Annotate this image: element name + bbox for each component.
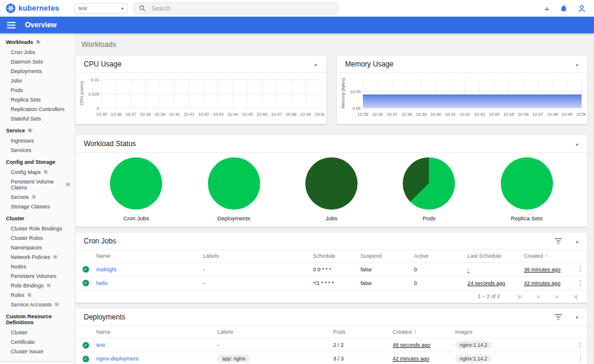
sidebar-item-namespaces[interactable]: Namespaces (0, 243, 74, 252)
sidebar-section-cluster[interactable]: Cluster (0, 211, 74, 224)
column-header-created[interactable]: Created↑ (392, 326, 454, 338)
sidebar-item-services[interactable]: Services (0, 145, 74, 155)
column-header-labels[interactable]: Labels (217, 326, 333, 338)
sidebar-item-pods[interactable]: Pods (0, 86, 74, 95)
resource-link[interactable]: test (96, 342, 105, 348)
next-page-icon[interactable]: > (555, 293, 558, 300)
collapse-icon[interactable]: ▲ (575, 142, 579, 146)
user-account-icon[interactable] (578, 5, 586, 12)
relative-time-link[interactable]: 42 minutes ago (393, 356, 429, 362)
first-page-icon[interactable]: |< (518, 293, 522, 300)
column-header-name[interactable]: Name (96, 326, 217, 338)
column-header-active[interactable]: Active (413, 250, 467, 262)
sidebar-item-replication-controllers[interactable]: Replication Controllers (0, 105, 74, 114)
sidebar-item-cluster[interactable]: Cluster (0, 328, 74, 337)
row-actions-cell: ⋮ (573, 276, 587, 290)
resource-link[interactable]: nginx-deployment (96, 356, 138, 362)
sidebar-item-cron-jobs[interactable]: Cron Jobs (0, 48, 74, 57)
menu-icon[interactable] (7, 22, 15, 29)
sidebar-item-stateful-sets[interactable]: Stateful Sets (0, 114, 74, 124)
column-header-created[interactable]: Created↑ (523, 250, 573, 262)
status-column-header (75, 250, 96, 262)
sidebar-section-config-and-storage[interactable]: Config and Storage (0, 155, 74, 167)
svg-text:0 Mi: 0 Mi (352, 106, 361, 111)
sidebar-item-nodes[interactable]: Nodes (0, 262, 74, 271)
row-menu-icon[interactable]: ⋮ (577, 279, 584, 286)
sidebar-item-persistent-volumes[interactable]: Persistent Volumes (0, 271, 74, 281)
sidebar-section-service[interactable]: ServiceN (0, 124, 74, 136)
cell-name: midnight (96, 262, 203, 276)
sidebar-item-roles[interactable]: RolesN (0, 290, 74, 300)
filter-icon[interactable] (555, 238, 562, 244)
cell-images: nginx:1.14.2 (454, 352, 573, 364)
collapse-icon[interactable]: ▲ (314, 62, 318, 67)
namespace-selector[interactable]: test ▾ (74, 3, 128, 14)
sidebar-item-ingresses[interactable]: Ingresses (0, 136, 74, 145)
row-menu-icon[interactable]: ⋮ (577, 265, 584, 273)
sidebar-item-label: Persistent Volumes (11, 273, 56, 279)
sidebar-item-network-policies[interactable]: Network PoliciesN (0, 252, 74, 262)
sidebar-section-workloads[interactable]: WorkloadsN (0, 35, 74, 48)
sidebar-item-cluster-issuer[interactable]: Cluster Issuer (0, 347, 74, 356)
status-ok-icon: ✓ (83, 356, 89, 362)
sidebar-item-label: Cluster Issuer (11, 349, 44, 354)
svg-text:10:38: 10:38 (401, 112, 412, 117)
resource-link[interactable]: hello (96, 280, 108, 286)
sidebar-item-cluster-roles[interactable]: Cluster Roles (0, 233, 74, 243)
workload-pie-pods: Pods (403, 157, 455, 221)
notifications-bell-icon[interactable] (560, 5, 567, 12)
column-header-last-schedule[interactable]: Last Schedule (467, 250, 523, 262)
sidebar-item-storage-classes[interactable]: Storage Classes (0, 202, 74, 211)
sort-ascending-icon: ↑ (414, 329, 416, 335)
last-page-icon[interactable]: >| (573, 293, 577, 300)
column-header-pods[interactable]: Pods (333, 326, 392, 338)
svg-text:10:49: 10:49 (561, 112, 572, 117)
sidebar-item-deployments[interactable]: Deployments (0, 67, 74, 76)
column-header-labels[interactable]: Labels (203, 250, 312, 262)
relative-time-link[interactable]: 24 seconds ago (467, 280, 505, 286)
filter-icon[interactable] (555, 314, 562, 320)
workload-pie-deployments: Deployments (208, 157, 260, 221)
create-resource-button[interactable]: + (544, 4, 549, 13)
previous-page-icon[interactable]: < (537, 293, 540, 300)
sidebar-item-secrets[interactable]: SecretsN (0, 192, 74, 202)
sidebar-item-label: Network Policies (11, 254, 50, 260)
sidebar-item-jobs[interactable]: Jobs (0, 76, 74, 86)
sidebar-item-config-maps[interactable]: Config MapsN (0, 167, 74, 177)
relative-time-link[interactable]: 48 seconds ago (393, 342, 431, 348)
relative-time-link[interactable]: 42 minutes ago (524, 280, 561, 286)
row-menu-icon[interactable]: ⋮ (577, 355, 584, 362)
collapse-icon[interactable]: ▲ (575, 315, 579, 319)
sidebar-item-daemon-sets[interactable]: Daemon Sets (0, 57, 74, 67)
status-cell: ✓ (75, 352, 96, 364)
sidebar-item-cluster-role-bindings[interactable]: Cluster Role Bindings (0, 224, 74, 233)
sidebar-section-custom-resource-definitions[interactable]: Custom Resource Definitions (0, 309, 74, 328)
sidebar-item-certificate[interactable]: Certificate (0, 337, 74, 347)
cell-schedule: 0 0 * * * (312, 262, 360, 276)
search-bar[interactable] (134, 2, 339, 14)
kubernetes-logo[interactable]: kubernetes (0, 4, 74, 13)
sidebar-item-role-bindings[interactable]: Role BindingsN (0, 281, 74, 290)
column-header-suspend[interactable]: Suspend (360, 250, 413, 262)
resource-link[interactable]: midnight (96, 267, 116, 273)
sidebar-item-persistent-volume-claims[interactable]: Persistent Volume ClaimsN (0, 177, 74, 192)
relative-time-link[interactable]: - (467, 267, 469, 273)
column-header-name[interactable]: Name (96, 250, 203, 262)
svg-text:10:37: 10:37 (387, 112, 397, 117)
svg-text:10:38: 10:38 (140, 112, 150, 117)
sidebar-item-replica-sets[interactable]: Replica Sets (0, 95, 74, 105)
row-menu-icon[interactable]: ⋮ (577, 341, 584, 349)
relative-time-link[interactable]: 36 minutes ago (524, 267, 561, 273)
collapse-icon[interactable]: ▲ (575, 239, 579, 243)
column-label: Labels (203, 253, 219, 259)
search-input[interactable] (150, 5, 333, 12)
collapse-icon[interactable]: ▲ (575, 62, 579, 67)
column-label: Created (524, 253, 543, 259)
namespaced-badge: N (31, 195, 37, 200)
sidebar-section-label: Workloads (6, 39, 33, 45)
cell-value: 3 / 3 (333, 356, 344, 362)
header-actions: + (544, 4, 594, 13)
column-header-images[interactable]: Images (454, 326, 573, 338)
sidebar-item-service-accounts[interactable]: Service AccountsN (0, 300, 74, 309)
column-header-schedule[interactable]: Schedule (312, 250, 360, 262)
